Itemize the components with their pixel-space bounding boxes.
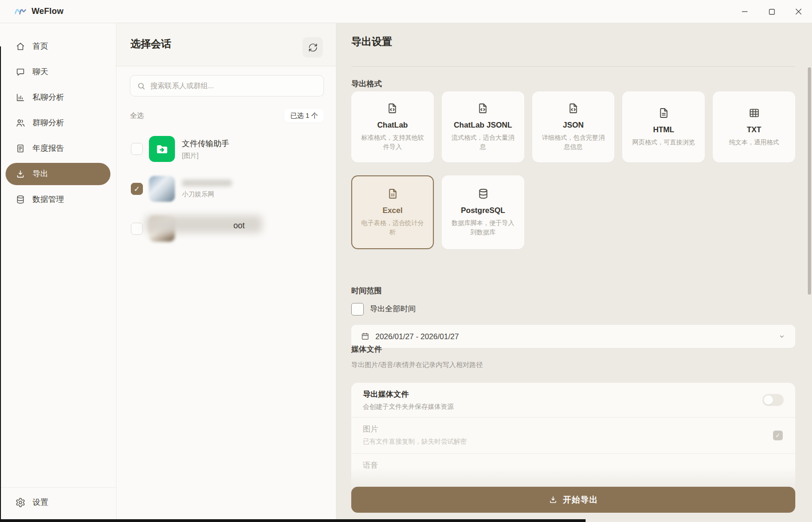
format-desc: 网页格式，可直接浏览 [632,138,695,147]
sidebar-item-label: 私聊分析 [32,92,64,103]
media-row-desc: 已有文件直接复制，缺失时尝试解密 [363,438,784,446]
select-all-row: 全选 已选 1 个 [130,108,323,123]
session-panel-title: 选择会话 [130,37,171,51]
maximize-button[interactable] [758,0,785,23]
refresh-button[interactable] [303,37,323,58]
format-section-label: 导出格式 [351,79,382,89]
format-card-html[interactable]: HTML 网页格式，可直接浏览 [622,91,705,162]
session-checkbox[interactable] [131,143,143,155]
download-icon [548,495,558,504]
titlebar: WeFlow [0,0,812,23]
session-panel: 选择会话 全选 已选 1 个 文件传输助手 [图片] [116,23,336,522]
sidebar-item-label: 数据管理 [32,194,64,205]
close-button[interactable] [785,0,812,23]
format-cards-row-2: Excel 电子表格，适合统计分析 PostgreSQL 数据库脚本，便于导入到… [351,175,524,249]
all-time-checkbox[interactable] [351,303,364,316]
media-export-toggle[interactable] [762,394,784,406]
format-desc: 流式格式，适合大量消息 [449,133,517,152]
sidebar-item-label: 导出 [32,168,48,179]
table-grid-icon [748,107,760,119]
sidebar-item-export[interactable]: 导出 [6,163,110,185]
sidebar: 首页 聊天 私聊分析 群聊分析 年度报告 [0,23,116,522]
file-code-icon [477,102,489,115]
gear-icon [15,497,26,508]
all-time-label: 导出全部时间 [370,304,416,314]
date-range-value: 2026/01/27 - 2026/01/27 [375,332,772,341]
format-cards-row-1: ChatLab 标准格式，支持其他软件导入 ChatLab JSONL 流式格式… [351,91,795,162]
format-name: ChatLab JSONL [454,121,512,129]
search-box[interactable] [130,75,324,97]
format-card-excel[interactable]: Excel 电子表格，适合统计分析 [351,175,434,249]
sidebar-item-data-management[interactable]: 数据管理 [0,187,116,212]
start-export-label: 开始导出 [563,494,598,505]
session-last-message: [图片] [182,152,229,160]
media-section-desc: 导出图片/语音/表情并在记录内写入相对路径 [351,361,483,369]
format-name: ChatLab [377,121,408,129]
session-name-suffix: oot [233,221,245,231]
session-last-message: 小刀娱乐网 [182,190,232,199]
format-name: HTML [653,125,674,134]
date-range-picker[interactable]: 2026/01/27 - 2026/01/27 [351,325,795,348]
session-row-blurred[interactable]: oot [116,209,336,249]
sidebar-item-chat[interactable]: 聊天 [0,59,116,84]
database-icon [15,194,26,205]
session-row-xiaodao[interactable]: ✓ 小刀娱乐网 [116,169,336,209]
session-panel-header: 选择会话 [116,23,336,66]
export-all-time-row[interactable]: 导出全部时间 [351,302,416,316]
media-export-toggle-row: 导出媒体文件 会创建子文件夹并保存媒体资源 [351,383,795,417]
scrollbar-thumb[interactable] [808,67,811,295]
format-card-postgresql[interactable]: PostgreSQL 数据库脚本，便于导入到数据库 [442,175,524,249]
sidebar-item-label: 群聊分析 [32,117,64,128]
file-code-icon [567,102,580,115]
sidebar-item-private-analysis[interactable]: 私聊分析 [0,84,116,110]
format-desc: 标准格式，支持其他软件导入 [358,133,427,152]
desktop-edge-bottom [0,519,586,522]
format-desc: 详细格式，包含完整消息信息 [539,133,608,152]
session-checkbox-checked[interactable]: ✓ [131,183,143,195]
weflow-logo-icon [14,5,27,18]
sidebar-item-annual-report[interactable]: 年度报告 [0,135,116,161]
sidebar-item-label: 年度报告 [32,143,64,154]
desktop-edge-left [0,46,1,522]
file-lines-icon [657,107,670,119]
format-card-txt[interactable]: TXT 纯文本，通用格式 [713,91,795,162]
select-all-label[interactable]: 全选 [130,111,144,120]
refresh-icon [308,43,318,52]
people-icon [15,118,26,128]
sidebar-item-home[interactable]: 首页 [0,33,116,59]
database-icon [477,187,490,200]
blurred-session-name [182,180,232,187]
session-list: 文件传输助手 [图片] ✓ 小刀娱乐网 oot [116,129,336,249]
media-row-title: 导出媒体文件 [363,389,784,400]
format-desc: 电子表格，适合统计分析 [358,219,427,238]
sidebar-item-label: 聊天 [32,66,48,77]
sidebar-item-settings[interactable]: 设置 [0,490,116,515]
header-divider [351,66,795,67]
format-desc: 数据库脚本，便于导入到数据库 [449,219,517,238]
download-icon [15,169,26,179]
minimize-button[interactable] [731,0,758,23]
format-name: Excel [382,206,402,215]
format-card-chatlab[interactable]: ChatLab 标准格式，支持其他软件导入 [351,91,434,162]
time-range-section-label: 时间范围 [351,286,382,296]
export-panel-title: 导出设置 [351,35,392,49]
start-export-button[interactable]: 开始导出 [351,487,795,513]
image-checkbox-disabled[interactable]: ✓ [773,431,783,440]
format-name: TXT [747,125,761,134]
media-section-label: 媒体文件 [351,344,382,354]
session-checkbox[interactable] [131,223,143,235]
search-input[interactable] [150,82,317,90]
media-row-desc: 会创建子文件夹并保存媒体资源 [363,403,784,411]
selected-count-badge: 已选 1 个 [284,109,323,122]
session-row-file-transfer[interactable]: 文件传输助手 [图片] [116,129,336,169]
format-card-json[interactable]: JSON 详细格式，包含完整消息信息 [532,91,615,162]
sidebar-item-group-analysis[interactable]: 群聊分析 [0,110,116,135]
format-card-chatlab-jsonl[interactable]: ChatLab JSONL 流式格式，适合大量消息 [442,91,524,162]
app-brand: WeFlow [0,5,64,18]
file-code-icon [386,102,399,115]
format-name: JSON [563,121,584,129]
media-image-row: 图片 已有文件直接复制，缺失时尝试解密 ✓ [351,417,795,453]
chevron-down-icon [778,332,786,341]
calendar-icon [361,332,370,341]
format-desc: 纯文本，通用格式 [729,138,779,147]
